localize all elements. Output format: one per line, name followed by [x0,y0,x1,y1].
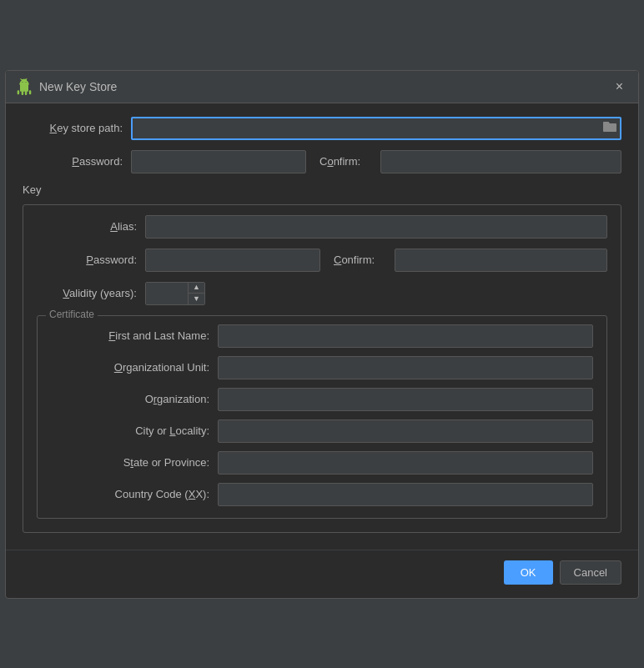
key-confirm-input[interactable] [395,249,607,272]
keystore-password-input[interactable] [131,150,306,173]
cert-country-label: Country Code (XX): [51,488,218,500]
cert-country-row: Country Code (XX): [51,483,593,506]
cert-first-last-name-row: First and Last Name: [51,324,593,348]
android-icon [16,78,33,95]
key-section-label: Key [23,183,621,196]
cert-org-row: Organization: [51,388,593,411]
cert-org-unit-row: Organizational Unit: [51,356,593,379]
browse-folder-button[interactable] [603,121,616,135]
key-password-row: Password: Confirm: [37,249,607,272]
cert-org-unit-label: Organizational Unit: [51,361,218,374]
keystore-path-label: Key store path: [23,122,131,134]
ok-button[interactable]: OK [504,560,553,585]
key-password-label: Password: [37,254,145,266]
alias-row: Alias: key0 [37,215,607,239]
dialog-body: Key store path: Password: Confirm: [6,103,638,550]
alias-input[interactable]: key0 [145,215,607,239]
cert-org-label: Organization: [51,393,218,405]
validity-label: Validity (years): [37,287,145,299]
alias-label: Alias: [37,220,145,233]
keystore-password-inputs: Confirm: [131,150,621,173]
keystore-password-label: Password: [23,155,131,168]
cert-state-label: State or Province: [51,456,218,469]
keystore-path-input[interactable] [131,117,621,140]
keystore-confirm-input[interactable] [380,150,621,173]
keystore-password-row: Password: Confirm: [23,150,621,173]
title-bar-left: New Key Store [16,78,117,95]
cert-state-row: State or Province: [51,451,593,475]
cert-city-label: City or Locality: [51,424,218,437]
cert-city-row: City or Locality: [51,419,593,443]
dialog-footer: OK Cancel [6,550,638,598]
validity-row: Validity (years): 25 ▲ ▼ [37,282,607,305]
cert-org-unit-input[interactable] [218,356,593,379]
key-password-inputs: Confirm: [145,249,607,272]
cancel-button[interactable]: Cancel [560,560,621,585]
key-section-group: Alias: key0 Password: Confirm: Validity … [23,204,621,533]
certificate-legend: Certificate [46,309,98,320]
cert-country-input[interactable] [218,483,593,506]
certificate-group: Certificate First and Last Name: Organiz… [37,315,607,519]
cert-city-input[interactable] [218,419,593,443]
cert-first-last-name-input[interactable] [218,324,593,348]
cert-first-last-name-label: First and Last Name: [51,329,218,342]
keystore-path-row: Key store path: [23,117,621,140]
key-confirm-label: Confirm: [334,254,381,266]
validity-increment-button[interactable]: ▲ [189,282,204,294]
keystore-path-input-wrap [131,117,621,140]
keystore-confirm-label: Confirm: [319,155,367,168]
cert-state-input[interactable] [218,451,593,475]
cert-org-input[interactable] [218,388,593,411]
key-password-input[interactable] [145,249,320,272]
validity-decrement-button[interactable]: ▼ [189,294,204,305]
close-button[interactable]: × [611,78,628,96]
validity-spinner: 25 ▲ ▼ [145,282,205,305]
validity-spinner-buttons: ▲ ▼ [188,282,204,305]
dialog-title: New Key Store [39,80,117,93]
title-bar: New Key Store × [6,71,638,103]
validity-input[interactable]: 25 [146,282,188,305]
new-key-store-dialog: New Key Store × Key store path: Password… [5,70,639,599]
